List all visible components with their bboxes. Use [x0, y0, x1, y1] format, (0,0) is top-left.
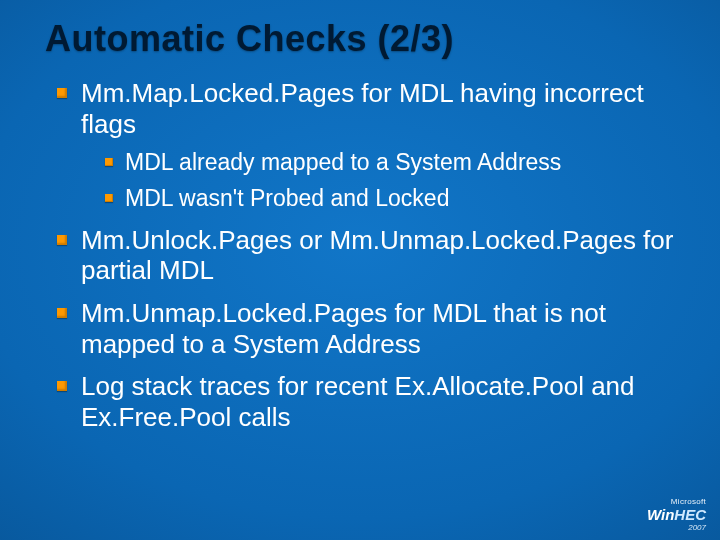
- footer-brand: WinHEC: [647, 507, 706, 522]
- footer-logo: Microsoft WinHEC 2007: [647, 498, 706, 532]
- footer-brand-b: HEC: [674, 506, 706, 523]
- slide: Automatic Checks (2/3) Mm.Map.Locked.Pag…: [0, 0, 720, 540]
- sub-list: MDL already mapped to a System Address M…: [81, 149, 680, 212]
- list-item-text: Mm.Map.Locked.Pages for MDL having incor…: [81, 78, 644, 139]
- list-item-text: MDL wasn't Probed and Locked: [125, 185, 449, 211]
- list-item: Mm.Unlock.Pages or Mm.Unmap.Locked.Pages…: [57, 225, 680, 286]
- list-item-text: MDL already mapped to a System Address: [125, 149, 561, 175]
- footer-year: 2007: [647, 524, 706, 532]
- list-item: Log stack traces for recent Ex.Allocate.…: [57, 371, 680, 432]
- list-item: MDL wasn't Probed and Locked: [105, 185, 680, 213]
- list-item: MDL already mapped to a System Address: [105, 149, 680, 177]
- list-item: Mm.Unmap.Locked.Pages for MDL that is no…: [57, 298, 680, 359]
- slide-title: Automatic Checks (2/3): [45, 18, 680, 60]
- bullet-list: Mm.Map.Locked.Pages for MDL having incor…: [45, 78, 680, 433]
- list-item: Mm.Map.Locked.Pages for MDL having incor…: [57, 78, 680, 213]
- footer-company: Microsoft: [647, 498, 706, 506]
- list-item-text: Mm.Unlock.Pages or Mm.Unmap.Locked.Pages…: [81, 225, 673, 286]
- list-item-text: Mm.Unmap.Locked.Pages for MDL that is no…: [81, 298, 606, 359]
- footer-brand-a: Win: [647, 506, 674, 523]
- list-item-text: Log stack traces for recent Ex.Allocate.…: [81, 371, 635, 432]
